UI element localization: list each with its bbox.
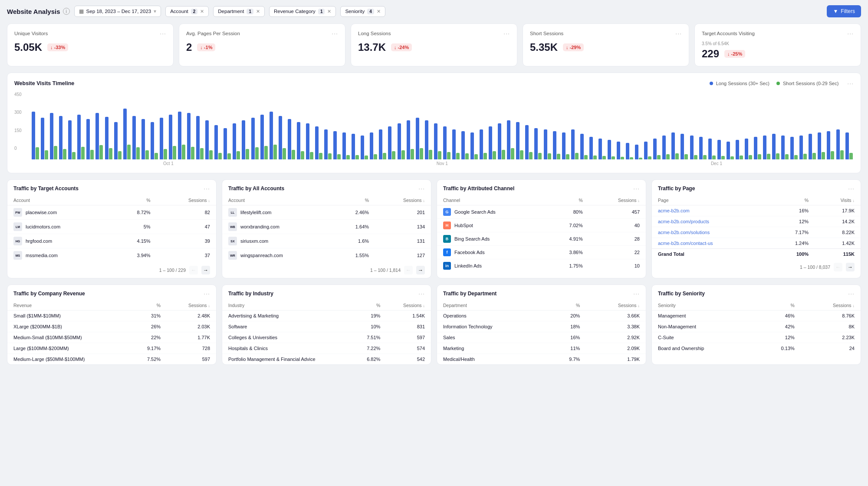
next-page-button[interactable]: →	[846, 263, 855, 271]
bar-green	[630, 157, 633, 159]
bar-blue	[270, 112, 273, 159]
bar-group	[59, 116, 67, 159]
more-options-icon[interactable]: ···	[204, 290, 210, 297]
more-options-icon[interactable]: ···	[847, 80, 854, 87]
bar-blue	[379, 129, 382, 159]
table-row: LM lucidmotors.com 5% 47	[7, 220, 216, 234]
channel-cell: B Bing Search Ads	[437, 232, 546, 246]
col-visits[interactable]: Visits ↓	[815, 195, 861, 205]
more-options-icon[interactable]: ···	[633, 185, 640, 192]
more-options-icon[interactable]: ···	[204, 185, 210, 192]
filters-btn-label: Filters	[841, 8, 855, 14]
pct-cell: 5%	[111, 220, 156, 234]
bar-group	[434, 123, 442, 159]
col-sessions[interactable]: Sessions ↓	[801, 301, 861, 311]
bar-group	[77, 115, 85, 159]
page-link[interactable]: acme-b2b.com/solutions	[658, 230, 710, 235]
col-pct: %	[769, 195, 815, 205]
col-sessions[interactable]: Sessions ↓	[375, 195, 431, 205]
prev-page-button[interactable]: ←	[189, 266, 198, 274]
sessions-cell: 82	[157, 205, 216, 220]
col-pct: %	[546, 195, 589, 205]
bar-group	[297, 122, 305, 159]
more-options-icon[interactable]: ···	[503, 30, 510, 37]
bar-blue	[388, 126, 391, 159]
channel-icon: H	[443, 222, 451, 229]
revenue-category-filter-chip[interactable]: Revenue Category 1 ✕	[269, 6, 336, 17]
table-row: Operations 20% 3.66K	[437, 311, 646, 321]
table-title: Traffic by Page	[658, 185, 695, 192]
filters-button[interactable]: ▼ Filters	[827, 5, 861, 17]
bar-blue	[772, 134, 776, 159]
sessions-cell: 10	[589, 259, 646, 273]
bar-green	[483, 153, 487, 160]
bar-group	[151, 122, 159, 159]
pagination-text: 1 – 100 / 1,814	[370, 268, 401, 273]
more-options-icon[interactable]: ···	[848, 185, 855, 192]
more-options-icon[interactable]: ···	[633, 290, 640, 297]
kpi-label: Long Sessions	[358, 31, 391, 36]
table-title: Traffic by All Accounts	[228, 185, 284, 192]
page-link[interactable]: acme-b2b.com/products	[658, 219, 709, 224]
channel-name: Facebook Ads	[454, 250, 485, 255]
bar-blue	[242, 120, 245, 159]
more-options-icon[interactable]: ···	[675, 30, 682, 37]
bar-group	[635, 145, 643, 159]
chart-legend: Long Sessions (30+ Sec) Short Sessions (…	[710, 81, 839, 86]
date-filter[interactable]: ▦ Sep 18, 2023 – Dec 17, 2023 ▾	[74, 6, 161, 17]
col-sessions[interactable]: Sessions ↓	[386, 301, 431, 311]
bar-group	[86, 119, 95, 159]
next-page-button[interactable]: →	[201, 266, 210, 274]
info-icon[interactable]: i	[63, 8, 70, 15]
more-options-icon[interactable]: ···	[418, 290, 425, 297]
bar-blue	[205, 120, 209, 159]
title-text: Website Analysis	[7, 8, 60, 15]
bar-blue	[279, 116, 282, 159]
col-seniority: Seniority	[652, 301, 755, 311]
bar-blue	[644, 142, 648, 159]
kpi-badge: -25%	[724, 50, 745, 58]
account-name: lucidmotors.com	[26, 224, 60, 229]
pct-cell: 1.55%	[332, 248, 375, 263]
col-channel: Channel	[437, 195, 546, 205]
pct-cell: 46%	[755, 311, 801, 321]
bar-blue	[608, 140, 611, 159]
seniority-filter-chip[interactable]: Seniority 4 ✕	[340, 6, 385, 17]
more-options-icon[interactable]: ···	[332, 30, 338, 37]
chip-count: 1	[318, 9, 325, 14]
account-filter-chip[interactable]: Account 2 ✕	[165, 6, 209, 17]
more-options-icon[interactable]: ···	[418, 185, 425, 192]
more-options-icon[interactable]: ···	[160, 30, 166, 37]
bar-green	[694, 155, 697, 159]
sessions-cell: 728	[167, 343, 216, 354]
close-icon[interactable]: ✕	[256, 9, 260, 14]
page-link[interactable]: acme-b2b.com	[658, 208, 690, 213]
prev-page-button[interactable]: ←	[404, 266, 413, 274]
bar-group	[507, 120, 515, 159]
col-sessions[interactable]: Sessions ↓	[586, 301, 646, 311]
prev-page-button[interactable]: ←	[834, 263, 842, 271]
bar-green	[72, 152, 76, 159]
more-options-icon[interactable]: ···	[848, 290, 855, 297]
close-icon[interactable]: ✕	[377, 9, 381, 14]
bar-blue	[214, 125, 218, 159]
table-title: Traffic by Attributed Channel	[443, 185, 514, 192]
bar-blue	[443, 126, 447, 159]
col-sessions[interactable]: Sessions ↓	[589, 195, 646, 205]
bar-green	[447, 152, 450, 159]
next-page-button[interactable]: →	[416, 266, 425, 274]
bar-group	[617, 142, 625, 159]
close-icon[interactable]: ✕	[327, 9, 331, 14]
more-options-icon[interactable]: ···	[847, 30, 854, 37]
col-sessions[interactable]: Sessions ↓	[157, 195, 216, 205]
close-icon[interactable]: ✕	[200, 9, 204, 14]
bar-group	[736, 140, 744, 159]
sessions-cell: 542	[386, 354, 431, 365]
bar-blue	[653, 139, 657, 159]
bar-blue	[114, 122, 118, 159]
col-sessions[interactable]: Sessions ↓	[167, 301, 216, 311]
page-link[interactable]: acme-b2b.com/contact-us	[658, 241, 713, 246]
short-sessions-legend: Short Sessions (0-29 Sec)	[776, 81, 838, 86]
department-filter-chip[interactable]: Department 1 ✕	[213, 6, 265, 17]
bar-blue	[818, 132, 821, 159]
